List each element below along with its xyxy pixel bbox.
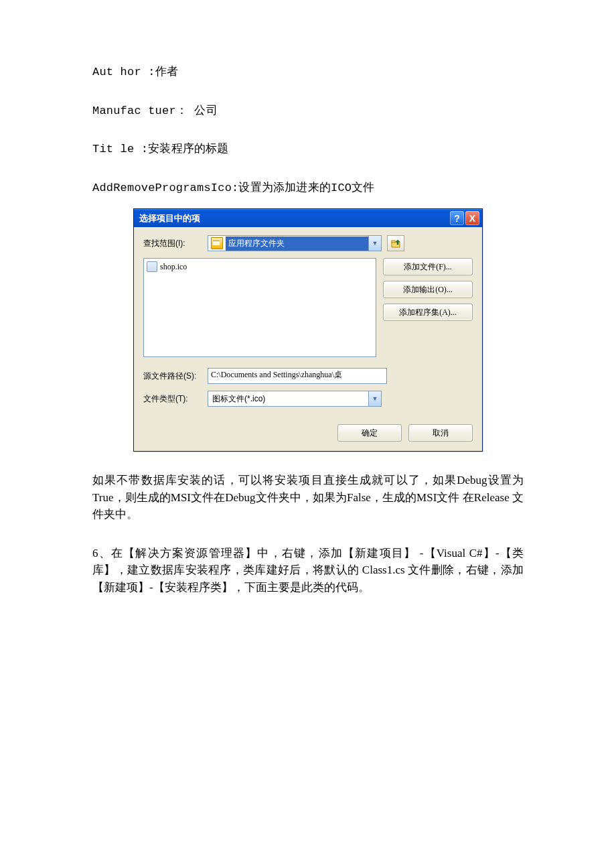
folder-up-icon: [391, 239, 400, 248]
text-title: Tit le :安装程序的标题: [92, 141, 524, 158]
close-icon: X: [469, 213, 475, 224]
dialog-title-text: 选择项目中的项: [139, 212, 450, 224]
chevron-down-icon: ▼: [368, 391, 381, 406]
text-paragraph-5: 如果不带数据库安装的话，可以将安装项目直接生成就可以了，如果Debug设置为Tr…: [92, 472, 524, 523]
list-item[interactable]: shop.ico: [147, 261, 373, 272]
source-path-label: 源文件路径(S):: [143, 371, 208, 382]
lookin-value: 应用程序文件夹: [226, 237, 368, 251]
file-icon: [147, 261, 157, 272]
text-paragraph-6: 6、在【解决方案资源管理器】中，右键，添加【新建项目】 -【Visual C#】…: [92, 545, 524, 596]
chevron-down-icon: ▼: [368, 236, 381, 251]
file-name: shop.ico: [160, 262, 187, 272]
add-assembly-button[interactable]: 添加程序集(A)...: [383, 304, 473, 321]
source-path-field[interactable]: C:\Documents and Settings\zhanghua\桌: [208, 368, 387, 384]
file-type-label: 文件类型(T):: [143, 393, 208, 405]
file-list[interactable]: shop.ico: [143, 258, 376, 357]
file-type-combo[interactable]: 图标文件(*.ico) ▼: [208, 391, 382, 407]
add-output-button[interactable]: 添加输出(O)...: [383, 281, 473, 298]
close-button[interactable]: X: [465, 211, 479, 225]
cancel-button[interactable]: 取消: [408, 424, 473, 442]
file-type-value: 图标文件(*.ico): [208, 393, 368, 405]
folder-icon: [211, 237, 223, 249]
add-file-button[interactable]: 添加文件(F)...: [383, 258, 473, 275]
help-button[interactable]: ?: [450, 211, 464, 225]
lookin-label: 查找范围(I):: [143, 238, 208, 249]
select-item-dialog: 选择项目中的项 ? X 查找范围(I): 应用程序文件夹 ▼: [133, 208, 483, 452]
text-addremove: AddRemoveProgramsIco:设置为添加进来的ICO文件: [92, 180, 524, 197]
text-author: Aut hor :作者: [92, 64, 524, 81]
help-icon: ?: [454, 213, 460, 224]
dialog-titlebar: 选择项目中的项 ? X: [134, 209, 482, 227]
text-manufacturer: Manufac tuer： 公司: [92, 103, 524, 120]
lookin-combo[interactable]: 应用程序文件夹 ▼: [208, 235, 382, 251]
ok-button[interactable]: 确定: [337, 424, 402, 442]
svg-rect-1: [392, 241, 395, 243]
up-one-level-button[interactable]: [387, 235, 404, 251]
